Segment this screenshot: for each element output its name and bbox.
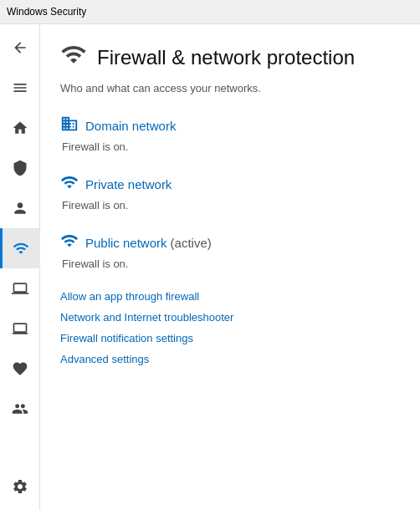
person-icon <box>12 200 28 217</box>
bottom-links: Allow an app through firewall Network an… <box>60 290 400 365</box>
sidebar-item-back[interactable] <box>0 28 40 68</box>
shield-icon <box>12 160 28 176</box>
titlebar: Windows Security <box>0 0 420 24</box>
domain-network-item: Domain network Firewall is on. <box>60 115 400 153</box>
page-header: Firewall & network protection <box>60 41 400 74</box>
allow-app-link[interactable]: Allow an app through firewall <box>60 290 400 303</box>
advanced-settings-link[interactable]: Advanced settings <box>60 353 400 365</box>
sidebar-item-settings[interactable] <box>0 467 40 507</box>
sidebar <box>0 24 40 510</box>
app-body: Firewall & network protection Who and wh… <box>0 24 420 510</box>
sidebar-item-device-performance[interactable] <box>0 349 40 389</box>
domain-network-label: Domain network <box>85 119 176 133</box>
sidebar-item-account[interactable] <box>0 188 40 228</box>
public-network-icon <box>60 232 79 254</box>
monitor-icon <box>12 280 28 297</box>
wifi-icon <box>13 240 29 257</box>
private-network-icon <box>60 173 79 196</box>
private-network-status: Firewall is on. <box>62 199 400 212</box>
private-network-label: Private network <box>85 177 172 191</box>
back-icon <box>12 39 28 56</box>
settings-icon <box>12 478 28 495</box>
menu-icon <box>12 79 28 96</box>
private-network-link[interactable]: Private network <box>60 173 400 196</box>
sidebar-item-device-security[interactable] <box>0 309 40 349</box>
public-network-label: Public network <box>85 236 167 250</box>
firewall-header-icon <box>60 41 87 74</box>
public-network-item: Public network (active) Firewall is on. <box>60 232 400 270</box>
page-subtitle: Who and what can access your networks. <box>60 82 400 94</box>
sidebar-item-app-browser[interactable] <box>0 268 40 309</box>
domain-network-link[interactable]: Domain network <box>60 115 400 137</box>
sidebar-item-menu[interactable] <box>0 68 40 108</box>
main-content: Firewall & network protection Who and wh… <box>40 24 420 510</box>
public-network-active-badge: (active) <box>171 236 212 250</box>
sidebar-item-shield[interactable] <box>0 148 40 188</box>
home-icon <box>12 120 28 136</box>
firewall-page-icon <box>60 41 87 68</box>
family-icon <box>12 400 28 417</box>
favorite-icon <box>12 360 28 377</box>
notification-settings-link[interactable]: Firewall notification settings <box>60 332 400 344</box>
app-title: Windows Security <box>7 6 86 18</box>
sidebar-item-firewall[interactable] <box>0 228 40 268</box>
troubleshooter-link[interactable]: Network and Internet troubleshooter <box>60 311 400 324</box>
laptop-icon <box>12 320 28 337</box>
sidebar-item-home[interactable] <box>0 108 40 148</box>
private-network-item: Private network Firewall is on. <box>60 173 400 212</box>
domain-network-status: Firewall is on. <box>62 140 400 153</box>
domain-network-icon <box>60 115 79 137</box>
page-title: Firewall & network protection <box>97 46 355 69</box>
sidebar-item-family[interactable] <box>0 389 40 429</box>
public-network-link[interactable]: Public network (active) <box>60 232 400 254</box>
public-network-status: Firewall is on. <box>62 258 400 270</box>
